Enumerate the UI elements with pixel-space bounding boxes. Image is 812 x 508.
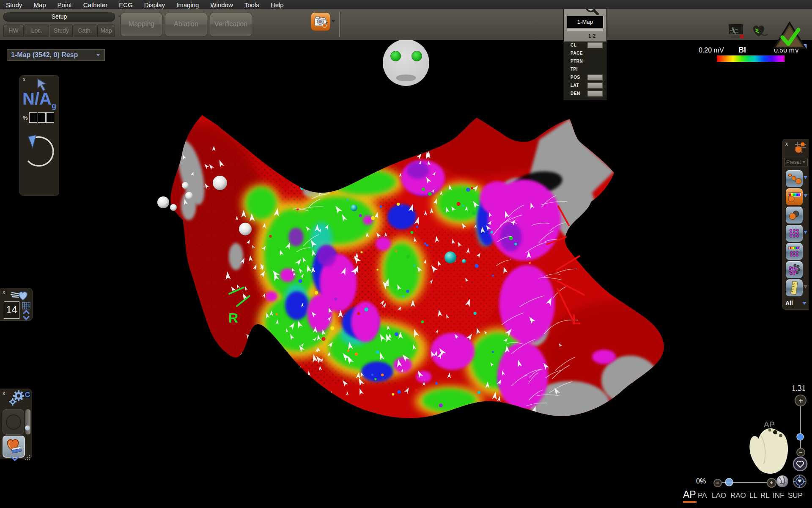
heart-view-button[interactable] xyxy=(793,457,807,471)
close-icon[interactable]: x xyxy=(3,290,5,295)
cl-bar[interactable] xyxy=(587,42,603,48)
scale-type-label: Bi xyxy=(738,46,746,55)
chevron-down-icon xyxy=(802,301,807,305)
mapping-sphere-button[interactable] xyxy=(3,409,24,435)
grid-icon[interactable] xyxy=(22,302,30,309)
settings-gears-icon[interactable] xyxy=(8,389,25,408)
ablation-button[interactable]: Ablation xyxy=(165,13,207,36)
setup-tab[interactable]: Setup xyxy=(3,12,115,22)
maplist-row-tpi: TPI xyxy=(564,66,606,74)
zoom-slider-thumb[interactable] xyxy=(797,433,804,440)
mapping-button[interactable]: Mapping xyxy=(121,13,162,36)
close-icon[interactable]: x xyxy=(23,77,25,82)
dense-points-button[interactable] xyxy=(785,261,803,279)
orientation-button-ap[interactable]: AP xyxy=(683,489,696,500)
orientation-button-sup[interactable]: SUP xyxy=(788,491,803,500)
menu-display[interactable]: Display xyxy=(144,1,165,8)
chevron-down-icon[interactable] xyxy=(803,230,808,234)
head-right-eye xyxy=(411,51,422,61)
tool-slider-thumb[interactable] xyxy=(25,425,30,431)
lat-bar[interactable] xyxy=(587,83,603,88)
percent-box-3 xyxy=(46,112,54,123)
main-toolbar: Setup HW Loc. Study Cath. Map Mapping Ab… xyxy=(0,9,812,40)
menu-tools[interactable]: Tools xyxy=(244,1,259,8)
map-name-strip xyxy=(567,29,603,31)
close-icon[interactable]: x xyxy=(3,391,5,396)
catheter-connection-icon[interactable] xyxy=(749,23,768,40)
filter-all-dropdown[interactable]: All xyxy=(783,299,808,307)
zoom-out-button[interactable] xyxy=(796,448,805,457)
heart-eraser-button[interactable] xyxy=(3,436,25,458)
fill-slider-thumb[interactable] xyxy=(725,478,733,486)
den-bar[interactable] xyxy=(587,91,603,97)
chevron-down-icon[interactable] xyxy=(803,176,808,179)
show-points-button[interactable] xyxy=(785,170,803,188)
two-points-icon xyxy=(786,207,803,224)
setup-button-loc[interactable]: Loc. xyxy=(25,25,49,37)
pos-bar[interactable] xyxy=(587,75,603,80)
zoom-in-button[interactable] xyxy=(795,395,807,406)
grid-points-button[interactable] xyxy=(785,224,803,242)
counter-value[interactable]: 14 xyxy=(4,301,19,319)
percent-label: % xyxy=(23,115,28,121)
winged-heart-icon xyxy=(10,289,30,301)
menu-window[interactable]: Window xyxy=(210,1,233,8)
electrode-teal xyxy=(351,204,357,211)
color-map-button-active[interactable] xyxy=(785,188,803,206)
point-pairs-button[interactable] xyxy=(785,206,803,224)
map-selector-dropdown[interactable]: 1-Map (3542, 0) Resp xyxy=(7,49,105,61)
orientation-button-lao[interactable]: LAO xyxy=(712,491,726,500)
chevron-down-icon[interactable] xyxy=(803,194,808,198)
center-heart-button[interactable] xyxy=(793,475,806,488)
chevron-down-icon xyxy=(802,160,806,164)
setup-button-map[interactable]: Map xyxy=(97,25,115,37)
reference-heart-model[interactable] xyxy=(749,428,788,474)
system-ok-icon[interactable] xyxy=(772,21,807,51)
stepper-chevrons[interactable] xyxy=(22,310,30,320)
setup-button-study[interactable]: Study xyxy=(50,25,73,37)
monitor-status-icon[interactable] xyxy=(727,22,747,40)
points-grid-icon xyxy=(793,141,807,154)
refresh-icon[interactable] xyxy=(24,391,31,398)
setup-button-cath[interactable]: Cath. xyxy=(74,25,96,37)
percent-box-2 xyxy=(38,112,46,123)
trackball-control[interactable] xyxy=(776,475,788,487)
preset-dropdown[interactable]: Preset xyxy=(784,158,808,166)
panel-expand-chevron[interactable] xyxy=(10,456,19,461)
map-list-panel: x 1-Map 1-2 CL PACE PTRN TPI POS LAT DEN xyxy=(563,0,607,100)
menu-help[interactable]: Help xyxy=(271,1,284,8)
chevron-down-icon[interactable] xyxy=(803,285,808,289)
menu-map[interactable]: Map xyxy=(33,1,46,8)
voltage-color-bar[interactable] xyxy=(717,55,785,62)
resize-grip[interactable] xyxy=(25,455,30,461)
close-icon[interactable]: x xyxy=(785,141,788,146)
orientation-button-inf[interactable]: INF xyxy=(773,491,784,500)
menu-imaging[interactable]: Imaging xyxy=(176,1,199,8)
menu-study[interactable]: Study xyxy=(6,1,22,8)
verification-button[interactable]: Verification xyxy=(210,13,252,36)
fill-minus-button[interactable] xyxy=(713,479,722,487)
gauge-panel: x N/Ag % xyxy=(19,75,59,196)
menu-bar: Study Map Point Catheter ECG Display Ima… xyxy=(0,0,812,9)
colored-grid-button[interactable] xyxy=(785,243,803,260)
map-name-box[interactable]: 1-Map xyxy=(567,16,604,28)
menu-ecg[interactable]: ECG xyxy=(119,1,133,8)
dots-cluster-icon xyxy=(786,261,803,278)
orientation-button-rao[interactable]: RAO xyxy=(730,491,746,500)
menu-catheter[interactable]: Catheter xyxy=(83,1,108,8)
colorbar-point-icon xyxy=(786,188,803,205)
gauge-dial[interactable] xyxy=(23,127,55,190)
fill-plus-button[interactable] xyxy=(767,478,776,488)
snapshot-dropdown-chevron[interactable] xyxy=(330,19,336,24)
orientation-button-pa[interactable]: PA xyxy=(698,491,707,500)
menu-point[interactable]: Point xyxy=(58,1,72,8)
ruler-button[interactable] xyxy=(785,279,803,297)
map-selector-value: 1-Map (3542, 0) Resp xyxy=(7,51,95,59)
tool-slider[interactable] xyxy=(25,409,31,435)
setup-button-hw[interactable]: HW xyxy=(3,25,24,37)
orientation-button-ll[interactable]: LL xyxy=(749,491,757,500)
ruler-icon xyxy=(786,279,803,296)
snapshot-button[interactable] xyxy=(311,12,330,31)
points-row-icon xyxy=(786,170,803,187)
orientation-button-rl[interactable]: RL xyxy=(760,491,770,500)
